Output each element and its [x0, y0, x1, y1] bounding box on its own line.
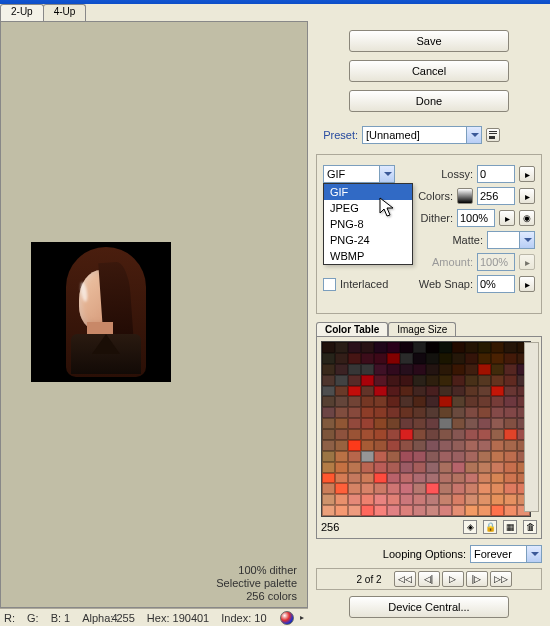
first-frame-button[interactable]: ◁◁	[394, 571, 416, 587]
color-swatch[interactable]	[452, 451, 465, 462]
color-swatch[interactable]	[387, 364, 400, 375]
color-swatch[interactable]	[426, 429, 439, 440]
color-swatch[interactable]	[452, 473, 465, 484]
color-swatch[interactable]	[413, 353, 426, 364]
last-frame-button[interactable]: ▷▷	[490, 571, 512, 587]
color-swatch[interactable]	[426, 483, 439, 494]
color-swatch[interactable]	[322, 462, 335, 473]
color-swatch[interactable]	[491, 364, 504, 375]
format-option-png24[interactable]: PNG-24	[324, 232, 412, 248]
color-swatch[interactable]	[439, 483, 452, 494]
color-swatch[interactable]	[387, 451, 400, 462]
color-swatch[interactable]	[465, 440, 478, 451]
dither-lock-icon[interactable]: ◉	[519, 210, 535, 226]
color-swatch[interactable]	[361, 494, 374, 505]
color-swatch[interactable]	[400, 494, 413, 505]
color-swatch[interactable]	[374, 364, 387, 375]
color-swatch[interactable]	[465, 386, 478, 397]
color-swatch[interactable]	[361, 353, 374, 364]
color-swatch[interactable]	[361, 342, 374, 353]
color-swatch[interactable]	[478, 396, 491, 407]
tab-2up[interactable]: 2-Up	[0, 4, 44, 21]
color-swatch[interactable]	[426, 494, 439, 505]
color-swatch[interactable]	[478, 353, 491, 364]
color-swatch[interactable]	[322, 429, 335, 440]
color-swatch[interactable]	[413, 407, 426, 418]
websnap-input[interactable]	[477, 275, 515, 293]
color-swatch[interactable]	[322, 407, 335, 418]
color-swatch[interactable]	[491, 429, 504, 440]
color-swatch[interactable]	[335, 407, 348, 418]
color-swatch[interactable]	[348, 451, 361, 462]
color-swatch[interactable]	[348, 473, 361, 484]
color-swatch[interactable]	[322, 396, 335, 407]
color-swatch[interactable]	[478, 505, 491, 516]
color-swatch[interactable]	[452, 342, 465, 353]
color-swatch[interactable]	[413, 429, 426, 440]
color-swatch[interactable]	[426, 353, 439, 364]
color-swatch[interactable]	[400, 386, 413, 397]
color-swatch[interactable]	[361, 364, 374, 375]
format-option-jpeg[interactable]: JPEG	[324, 200, 412, 216]
color-swatch[interactable]	[465, 407, 478, 418]
color-orb-icon[interactable]	[280, 611, 294, 625]
color-swatch[interactable]	[400, 342, 413, 353]
color-swatch[interactable]	[452, 364, 465, 375]
color-swatch[interactable]	[465, 396, 478, 407]
new-color-icon[interactable]: ▦	[503, 520, 517, 534]
color-swatch[interactable]	[413, 483, 426, 494]
color-swatch[interactable]	[413, 494, 426, 505]
color-swatch[interactable]	[387, 418, 400, 429]
save-button[interactable]: Save	[349, 30, 509, 52]
color-swatch[interactable]	[478, 342, 491, 353]
color-swatch[interactable]	[504, 483, 517, 494]
color-swatch[interactable]	[504, 451, 517, 462]
color-swatch[interactable]	[322, 386, 335, 397]
color-swatch[interactable]	[374, 407, 387, 418]
color-swatch[interactable]	[491, 418, 504, 429]
color-swatch[interactable]	[465, 429, 478, 440]
color-swatch[interactable]	[452, 396, 465, 407]
color-swatch[interactable]	[439, 494, 452, 505]
color-swatch[interactable]	[361, 462, 374, 473]
color-swatch[interactable]	[413, 462, 426, 473]
interlaced-checkbox[interactable]	[323, 278, 336, 291]
color-swatch[interactable]	[491, 386, 504, 397]
color-swatch[interactable]	[400, 418, 413, 429]
color-swatch[interactable]	[439, 429, 452, 440]
color-swatch[interactable]	[335, 440, 348, 451]
cancel-button[interactable]: Cancel	[349, 60, 509, 82]
device-central-button[interactable]: Device Central...	[349, 596, 509, 618]
color-swatch[interactable]	[387, 407, 400, 418]
next-frame-button[interactable]: |▷	[466, 571, 488, 587]
color-swatch[interactable]	[413, 418, 426, 429]
color-swatch[interactable]	[348, 386, 361, 397]
color-swatch[interactable]	[439, 386, 452, 397]
color-swatch[interactable]	[491, 440, 504, 451]
color-swatch[interactable]	[348, 462, 361, 473]
color-swatch[interactable]	[439, 505, 452, 516]
color-swatch[interactable]	[465, 451, 478, 462]
color-swatch[interactable]	[322, 353, 335, 364]
color-swatch[interactable]	[452, 353, 465, 364]
color-swatch[interactable]	[504, 342, 517, 353]
color-swatch[interactable]	[361, 505, 374, 516]
color-swatch[interactable]	[491, 396, 504, 407]
color-swatch[interactable]	[452, 462, 465, 473]
color-swatch[interactable]	[465, 364, 478, 375]
color-swatch[interactable]	[452, 386, 465, 397]
color-swatch[interactable]	[478, 429, 491, 440]
color-swatch[interactable]	[504, 429, 517, 440]
color-swatch[interactable]	[361, 440, 374, 451]
color-swatch[interactable]	[400, 429, 413, 440]
color-swatch[interactable]	[413, 440, 426, 451]
color-swatch[interactable]	[400, 375, 413, 386]
color-swatch[interactable]	[322, 342, 335, 353]
color-swatch[interactable]	[335, 375, 348, 386]
color-swatch[interactable]	[439, 396, 452, 407]
color-swatch[interactable]	[387, 462, 400, 473]
color-swatch[interactable]	[387, 440, 400, 451]
color-swatch[interactable]	[348, 396, 361, 407]
color-swatch[interactable]	[387, 386, 400, 397]
color-swatch[interactable]	[322, 418, 335, 429]
